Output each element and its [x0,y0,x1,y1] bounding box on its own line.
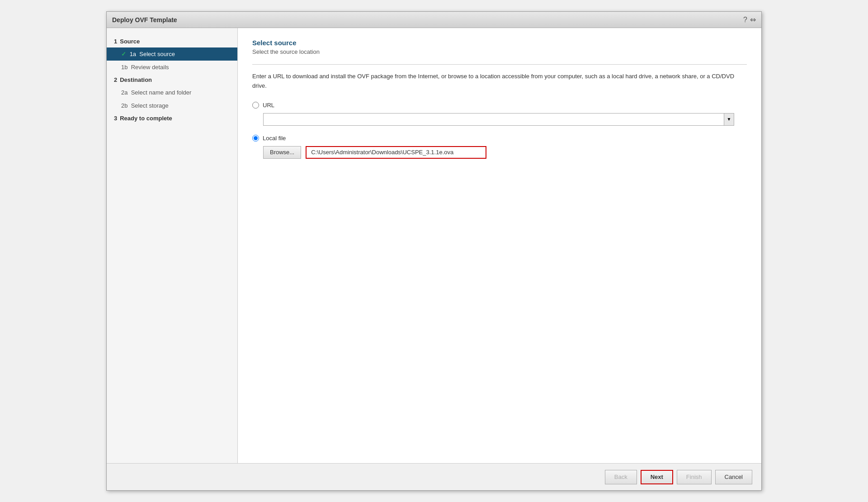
local-file-label[interactable]: Local file [263,135,286,142]
sidebar-section-ready: 3 Ready to complete [107,112,237,124]
step3-number: 3 [114,115,117,122]
sidebar-section-source: 1 Source [107,35,237,47]
dialog-footer: Back Next Finish Cancel [107,463,761,490]
next-button[interactable]: Next [641,470,673,484]
dialog-titlebar: Deploy OVF Template ? ⇔ [107,12,761,28]
url-input[interactable] [263,113,724,126]
step2-number: 2 [114,76,117,83]
step2a-label: 2a Select name and folder [121,89,191,96]
url-input-row: ▼ [263,113,747,126]
section-subtitle: Select the source location [252,48,747,55]
cancel-button[interactable]: Cancel [715,470,752,484]
local-file-row: Browse... C:\Users\Administrator\Downloa… [263,146,747,159]
file-path-display: C:\Users\Administrator\Downloads\UCSPE_3… [306,146,486,159]
step1-number: 1 [114,38,117,45]
main-content: Select source Select the source location… [238,28,761,463]
dialog-body: 1 Source ✓ 1a Select source 1b Review de… [107,28,761,463]
url-radio[interactable] [252,102,259,109]
step1-label: Source [120,38,140,45]
section-title: Select source [252,39,747,47]
back-button[interactable]: Back [605,470,637,484]
url-dropdown-button[interactable]: ▼ [724,113,734,126]
sidebar-item-select-source[interactable]: ✓ 1a Select source [107,47,237,61]
sidebar-item-select-storage[interactable]: 2b Select storage [107,99,237,112]
titlebar-actions: ? ⇔ [743,15,756,24]
dialog-title: Deploy OVF Template [112,16,177,24]
check-icon: ✓ [121,51,126,57]
step2b-label: 2b Select storage [121,102,169,109]
divider [252,64,747,65]
step1b-label: 1b Review details [121,64,169,71]
sidebar-section-destination: 2 Destination [107,74,237,86]
expand-icon[interactable]: ⇔ [750,15,756,24]
sidebar: 1 Source ✓ 1a Select source 1b Review de… [107,28,238,463]
step2-label: Destination [120,76,152,83]
step1a-label: 1a Select source [130,51,175,57]
description-text: Enter a URL to download and install the … [252,72,747,91]
sidebar-item-name-folder[interactable]: 2a Select name and folder [107,86,237,99]
url-option: URL [252,102,747,109]
help-icon[interactable]: ? [743,16,747,24]
local-file-option: Local file [252,135,747,142]
local-file-radio[interactable] [252,135,259,142]
deploy-ovf-dialog: Deploy OVF Template ? ⇔ 1 Source ✓ 1a Se… [106,11,762,491]
browse-button[interactable]: Browse... [263,146,301,159]
finish-button[interactable]: Finish [677,470,712,484]
url-label[interactable]: URL [263,102,274,109]
step3-label: Ready to complete [120,115,172,122]
sidebar-item-review-details[interactable]: 1b Review details [107,61,237,74]
